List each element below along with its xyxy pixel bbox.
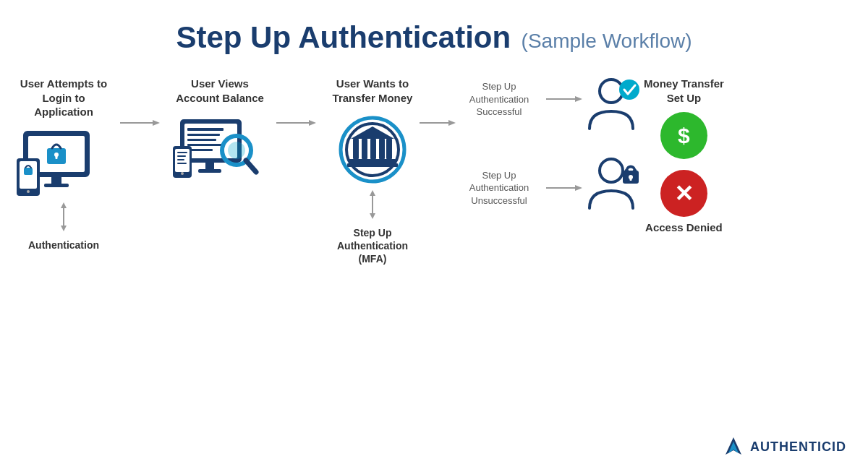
svg-rect-46 <box>347 163 398 167</box>
step2: User ViewsAccount Balance <box>169 77 271 184</box>
svg-marker-49 <box>370 213 375 219</box>
arrow-2-3 <box>276 116 320 131</box>
svg-marker-12 <box>61 202 67 208</box>
svg-marker-55 <box>575 185 582 191</box>
person-section <box>582 77 644 214</box>
step3: User Wants toTransfer Money <box>326 77 420 266</box>
svg-rect-21 <box>187 144 222 146</box>
svg-point-58 <box>600 159 623 182</box>
success-person <box>582 77 644 134</box>
svg-rect-6 <box>56 155 58 159</box>
step2-icon <box>173 116 267 184</box>
access-denied-label: Access Denied <box>645 221 723 233</box>
svg-marker-36 <box>309 120 316 126</box>
x-icon: ✕ <box>660 170 707 217</box>
fail-label: Step UpAuthenticationUnsuccessful <box>456 169 542 207</box>
svg-rect-31 <box>177 155 186 157</box>
svg-rect-42 <box>370 139 376 159</box>
svg-rect-3 <box>44 184 69 187</box>
access-denied-end: ✕ Access Denied <box>645 170 723 233</box>
svg-rect-18 <box>187 128 224 131</box>
step3-sub-label: Step UpAuthentication(MFA) <box>337 226 408 266</box>
svg-rect-62 <box>630 177 632 181</box>
svg-rect-32 <box>177 159 184 160</box>
arrow-to-branch <box>420 116 456 129</box>
svg-point-34 <box>181 172 184 175</box>
svg-marker-13 <box>61 226 67 231</box>
end-section: Money TransferSet Up $ ✕ Access Denied <box>644 77 724 233</box>
title-area: Step Up Authentication (Sample Workflow) <box>0 0 868 55</box>
step1-label: User Attempts toLogin to Application <box>13 77 114 119</box>
dollar-icon: $ <box>660 112 707 159</box>
step1-sub-label: Authentication <box>28 239 99 252</box>
svg-line-27 <box>246 160 256 172</box>
step3-icon <box>336 116 409 184</box>
svg-rect-44 <box>386 139 392 159</box>
svg-rect-45 <box>349 159 396 163</box>
svg-rect-41 <box>362 139 367 159</box>
svg-rect-40 <box>353 139 359 159</box>
money-transfer-end: Money TransferSet Up $ <box>644 77 724 159</box>
step1-icon <box>17 128 111 197</box>
fail-arrow <box>546 181 582 194</box>
step2-label: User ViewsAccount Balance <box>176 77 264 107</box>
svg-rect-19 <box>187 134 220 136</box>
money-transfer-label: Money TransferSet Up <box>644 77 724 105</box>
mfa-arrow <box>364 190 381 219</box>
svg-point-9 <box>27 190 30 193</box>
svg-point-26 <box>228 142 245 159</box>
svg-rect-43 <box>379 139 385 159</box>
step1: User Attempts toLogin to Application <box>13 77 114 252</box>
svg-rect-33 <box>177 163 187 164</box>
auth-arrow <box>55 202 72 231</box>
logo-area: AUTHENTICID <box>723 436 846 458</box>
svg-marker-15 <box>153 120 160 126</box>
main-title: Step Up Authentication <box>176 20 511 54</box>
svg-rect-60 <box>627 166 634 172</box>
fail-branch: Step UpAuthenticationUnsuccessful <box>456 169 582 207</box>
arrow-1-2 <box>120 116 163 131</box>
svg-point-57 <box>619 80 639 100</box>
svg-rect-30 <box>177 152 187 153</box>
svg-marker-48 <box>370 190 375 196</box>
success-label: Step UpAuthenticationSuccessful <box>456 80 542 119</box>
success-arrow <box>546 93 582 106</box>
svg-rect-23 <box>205 163 214 169</box>
svg-rect-24 <box>198 169 221 173</box>
svg-rect-2 <box>51 176 61 184</box>
logo-text: AUTHENTICID <box>750 439 846 455</box>
logo-icon <box>723 436 744 458</box>
sub-title: (Sample Workflow) <box>522 30 692 52</box>
success-branch: Step UpAuthenticationSuccessful <box>456 80 582 119</box>
svg-marker-53 <box>575 96 582 102</box>
svg-marker-51 <box>448 120 456 126</box>
svg-rect-10 <box>24 168 33 175</box>
step3-label: User Wants toTransfer Money <box>333 77 413 107</box>
fail-person <box>582 156 644 214</box>
svg-rect-20 <box>187 139 216 141</box>
branch-section: Step UpAuthenticationSuccessful Step UpA… <box>456 80 582 207</box>
